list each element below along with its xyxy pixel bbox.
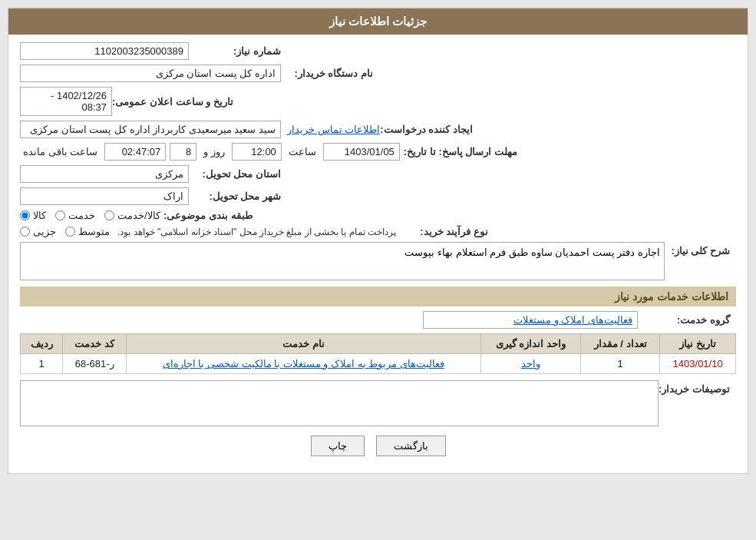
shomare-niaz-label: شماره نیاز: (189, 45, 281, 57)
group-value-link[interactable]: فعالیت‌های املاک و مستغلات (513, 314, 632, 326)
radio-kala-khedmat-input[interactable] (104, 210, 114, 220)
radio-kala-input[interactable] (20, 210, 30, 220)
print-button[interactable]: چاپ (311, 436, 365, 456)
radio-kala-khedmat: کالا/خدمت (104, 210, 160, 221)
services-table: تاریخ نیاز تعداد / مقدار واحد اندازه گیر… (20, 333, 736, 374)
nam-dastgah-row: نام دستگاه خریدار: اداره کل پست استان مر… (20, 65, 736, 82)
radio-jozi: جزیی (20, 226, 56, 237)
khedmat-label: خدمت (68, 210, 95, 221)
buttons-row: بازگشت چاپ (20, 436, 736, 456)
tarikh-elan-label: تاریخ و ساعت اعلان عمومی: (112, 96, 233, 108)
mohlat-label: مهلت ارسال پاسخ: تا تاریخ: (404, 146, 517, 157)
sharh-textarea[interactable] (20, 242, 665, 280)
ijad-label: ایجاد کننده درخواست: (380, 124, 473, 135)
sharh-row: شرح کلی نیاز: (20, 242, 736, 280)
radio-khedmat: خدمت (55, 210, 95, 221)
cell-code-khedmat: ر-681-68 (63, 354, 127, 374)
table-row: 1403/01/10 1 واحد فعالیت‌های مربوط به ام… (21, 354, 736, 374)
cell-radif: 1 (21, 354, 63, 374)
cell-name-khedmat: فعالیت‌های مربوط به املاک و مستغلات با م… (126, 354, 480, 374)
radio-motavasset-input[interactable] (65, 227, 75, 237)
shahr-row: شهر محل تحویل: اراک (20, 187, 736, 205)
tabaqhebandi-radios: کالا/خدمت خدمت کالا (20, 210, 160, 221)
tabaqhebandi-row: طبقه بندی موضوعی: کالا/خدمت خدمت کالا (20, 210, 736, 221)
ettelaat-tamas-link[interactable]: اطلاعات تماس خریدار (287, 124, 380, 135)
group-label: گروه خدمت: (638, 314, 730, 326)
nam-dastgah-value: اداره کل پست استان مرکزی (20, 65, 281, 82)
noefrayand-label: نوع فرآیند خرید: (396, 226, 488, 237)
page-header: جزئیات اطلاعات نیاز (8, 8, 748, 35)
radio-motavasset: متوسط (65, 226, 110, 237)
noefrayand-row: نوع فرآیند خرید: پرداخت تمام یا بخشی از … (20, 226, 736, 237)
noefrayand-desc: پرداخت تمام یا بخشی از مبلغ خریداز محل "… (117, 227, 396, 237)
radio-jozi-input[interactable] (20, 227, 30, 237)
kala-khedmat-label: کالا/خدمت (117, 210, 160, 221)
cell-tarikh: 1403/01/10 (660, 354, 736, 374)
baqi-label: ساعت باقی مانده (23, 146, 97, 157)
ostan-value: مرکزی (20, 165, 189, 183)
back-button[interactable]: بازگشت (376, 436, 446, 456)
rooz-value: 8 (170, 143, 196, 161)
radio-kala: کالا (20, 210, 46, 221)
tozihat-textarea[interactable] (20, 380, 659, 426)
ostan-label: استان محل تحویل: (189, 168, 281, 180)
page-title: جزئیات اطلاعات نیاز (329, 15, 427, 28)
col-name-khedmat: نام خدمت (126, 334, 480, 354)
saat-value: 12:00 (232, 143, 282, 161)
ijad-value: سید سعید میرسعیدی کاربرداز اداره کل پست … (20, 121, 281, 138)
nam-dastgah-label: نام دستگاه خریدار: (281, 68, 373, 79)
tarikh-elan-value: 1402/12/26 - 08:37 (20, 87, 112, 116)
kala-label: کالا (33, 210, 46, 221)
radio-khedmat-input[interactable] (55, 210, 65, 220)
baqi-value: 02:47:07 (104, 143, 166, 161)
shahr-value: اراک (20, 187, 189, 205)
shomare-niaz-value: 1102003235000389 (20, 42, 189, 60)
cell-vahad: واحد (480, 354, 580, 374)
tozihat-label: توصیفات خریدار: (659, 380, 730, 395)
ijad-row: ایجاد کننده درخواست: اطلاعات تماس خریدار… (20, 121, 736, 138)
col-tarikh: تاریخ نیاز (660, 334, 736, 354)
saat-label: ساعت (289, 146, 316, 157)
col-code-khedmat: کد خدمت (63, 334, 127, 354)
group-value: فعالیت‌های املاک و مستغلات (423, 311, 638, 329)
date-value: 1403/01/05 (323, 143, 400, 161)
tozihat-row: توصیفات خریدار: (20, 380, 736, 426)
ostan-row: استان محل تحویل: مرکزی (20, 165, 736, 183)
tarikh-elan-row: تاریخ و ساعت اعلان عمومی: 1402/12/26 - 0… (20, 87, 736, 116)
shomare-niaz-row: شماره نیاز: 1102003235000389 (20, 42, 736, 60)
motavasset-label: متوسط (78, 226, 110, 237)
shahr-label: شهر محل تحویل: (189, 190, 281, 202)
col-tedaad: تعداد / مقدار (581, 334, 660, 354)
mohlat-row: مهلت ارسال پاسخ: تا تاریخ: 1403/01/05 سا… (20, 143, 736, 161)
jozi-label: جزیی (33, 226, 56, 237)
noefrayand-radios: متوسط جزیی (20, 226, 110, 237)
group-row: گروه خدمت: فعالیت‌های املاک و مستغلات (20, 311, 736, 329)
sharh-label: شرح کلی نیاز: (665, 242, 730, 257)
rooz-label: روز و (203, 146, 225, 157)
tabaqhebandi-label: طبقه بندی موضوعی: (160, 210, 253, 221)
col-vahad: واحد اندازه گیری (480, 334, 580, 354)
cell-tedaad: 1 (581, 354, 660, 374)
services-section-title: اطلاعات خدمات مورد نیاز (20, 287, 736, 306)
col-radif: ردیف (21, 334, 63, 354)
